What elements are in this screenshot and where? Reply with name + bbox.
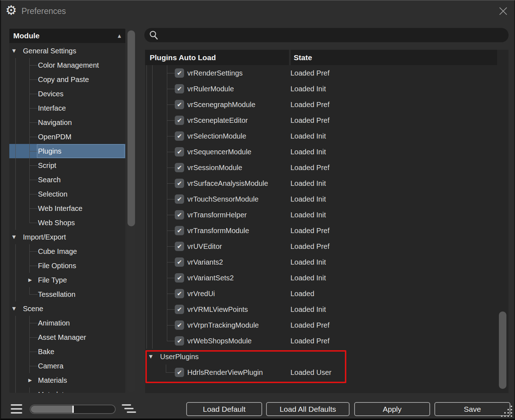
sidebar-item-cube-image[interactable]: Cube Image xyxy=(9,244,125,259)
sidebar-item-label: Selection xyxy=(38,187,67,201)
checkbox-checked[interactable]: ✔ xyxy=(175,368,184,377)
plugin-state: Loaded Init xyxy=(290,301,326,317)
sidebar-item-label: File Options xyxy=(38,259,76,273)
plugin-name: HdrlsRenderViewPlugin xyxy=(187,365,263,380)
sidebar-scrollbar-thumb[interactable] xyxy=(127,30,135,226)
sidebar-item-bake[interactable]: Bake xyxy=(9,344,125,359)
sidebar-item-label: Script xyxy=(38,158,56,173)
table-row-vrsessionmodule[interactable]: ✔vrSessionModuleLoaded Pref xyxy=(145,160,509,175)
sidebar-item-openpdm[interactable]: OpenPDM xyxy=(9,130,125,144)
checkbox-checked[interactable]: ✔ xyxy=(175,194,184,204)
load-default-button[interactable]: Load Default xyxy=(186,402,262,416)
sidebar-item-materials[interactable]: ▶Materials xyxy=(9,373,125,387)
table-scrollbar[interactable] xyxy=(499,312,506,389)
table-row-vrvredui[interactable]: ✔vrVredUiLoaded xyxy=(145,286,509,301)
sidebar-item-asset-manager[interactable]: Asset Manager xyxy=(9,330,125,344)
table-row-vrrendersettings[interactable]: ✔vrRenderSettingsLoaded Pref xyxy=(145,65,509,81)
table-row-vrselectionmodule[interactable]: ✔vrSelectionModuleLoaded Init xyxy=(145,128,509,144)
apply-button[interactable]: Apply xyxy=(354,402,430,416)
sidebar-item-import-export[interactable]: ▼Import/Export xyxy=(9,230,125,244)
chevron-down-icon[interactable]: ▼ xyxy=(149,349,153,365)
table-row-vrvrpntrackingmodule[interactable]: ✔vrVrpnTrackingModuleLoaded Pref xyxy=(145,317,509,333)
table-row-vrsceneplateeditor[interactable]: ✔vrSceneplateEditorLoaded Pref xyxy=(145,112,509,128)
module-header[interactable]: Module ▲ xyxy=(9,29,125,43)
tree-depth-slider[interactable] xyxy=(30,405,116,414)
sidebar-item-web-interface[interactable]: Web Interface xyxy=(9,201,125,216)
menu-icon[interactable] xyxy=(11,404,22,414)
checkbox-checked[interactable]: ✔ xyxy=(175,116,184,125)
checkbox-checked[interactable]: ✔ xyxy=(175,305,184,314)
table-row-vrvrmlviewpoints[interactable]: ✔vrVRMLViewPointsLoaded Init xyxy=(145,301,509,317)
checkbox-checked[interactable]: ✔ xyxy=(175,163,184,172)
sidebar-item-interface[interactable]: Interface xyxy=(9,101,125,115)
table-row-vrrulermodule[interactable]: ✔vrRulerModuleLoaded Init xyxy=(145,81,509,97)
sidebar-item-navigation[interactable]: Navigation xyxy=(9,115,125,130)
checkbox-checked[interactable]: ✔ xyxy=(175,320,184,330)
table-group-userplugins[interactable]: ▼UserPlugins xyxy=(145,349,509,365)
chevron-down-icon[interactable]: ▼ xyxy=(12,44,16,58)
table-row-vrwebshopsmodule[interactable]: ✔vrWebShopsModuleLoaded Pref xyxy=(145,333,509,349)
table-row-vrtouchsensormodule[interactable]: ✔vrTouchSensorModuleLoaded Init xyxy=(145,191,509,207)
check-icon: ✔ xyxy=(175,368,184,377)
checkbox-checked[interactable]: ✔ xyxy=(175,273,184,283)
checkbox-checked[interactable]: ✔ xyxy=(175,68,184,78)
sidebar-item-scene[interactable]: ▼Scene xyxy=(9,301,125,316)
table-row-vrvariants2[interactable]: ✔vrVariants2Loaded Init xyxy=(145,254,509,270)
plugin-name: vrSurfaceAnalysisModule xyxy=(187,175,268,191)
checkbox-checked[interactable]: ✔ xyxy=(175,84,184,93)
chevron-right-icon[interactable]: ▶ xyxy=(27,273,33,287)
chevron-down-icon[interactable]: ▼ xyxy=(12,230,16,244)
table-row-hdrlsrenderviewplugin[interactable]: ✔HdrlsRenderViewPluginLoaded User xyxy=(145,365,509,380)
search-input[interactable] xyxy=(160,29,503,41)
hierarchy-lines-icon[interactable] xyxy=(122,404,137,414)
checkbox-checked[interactable]: ✔ xyxy=(175,336,184,346)
sidebar-item-script[interactable]: Script xyxy=(9,158,125,173)
slider-handle[interactable] xyxy=(72,406,74,413)
close-icon[interactable] xyxy=(497,5,509,17)
checkbox-checked[interactable]: ✔ xyxy=(175,210,184,219)
check-icon: ✔ xyxy=(175,100,184,109)
save-button[interactable]: Save xyxy=(434,402,510,416)
table-row-vruveditor[interactable]: ✔vrUVEditorLoaded Pref xyxy=(145,238,509,254)
sidebar-item-metadata[interactable]: Metadata xyxy=(9,387,125,393)
sidebar-item-color-management[interactable]: Color Management xyxy=(9,58,125,72)
checkbox-checked[interactable]: ✔ xyxy=(175,147,184,156)
sidebar-item-general-settings[interactable]: ▼General Settings xyxy=(9,44,125,58)
checkbox-checked[interactable]: ✔ xyxy=(175,179,184,188)
sidebar-item-plugins[interactable]: Plugins xyxy=(9,144,125,158)
resize-grip[interactable] xyxy=(501,405,513,418)
chevron-right-icon[interactable]: ▶ xyxy=(27,373,33,387)
plugin-state: Loaded Pref xyxy=(290,160,329,175)
column-divider[interactable] xyxy=(289,50,291,65)
sidebar-item-file-type[interactable]: ▶File Type xyxy=(9,273,125,287)
table-row-vrvariantsets2[interactable]: ✔vrVariantSets2Loaded Init xyxy=(145,270,509,286)
sidebar-item-search[interactable]: Search xyxy=(9,173,125,187)
sidebar-item-devices[interactable]: Devices xyxy=(9,87,125,101)
sidebar-item-animation[interactable]: Animation xyxy=(9,316,125,330)
sidebar-item-copy-and-paste[interactable]: Copy and Paste xyxy=(9,72,125,87)
column-state[interactable]: State xyxy=(294,50,312,65)
table-row-vrsequencermodule[interactable]: ✔vrSequencerModuleLoaded Init xyxy=(145,144,509,160)
sidebar-item-file-options[interactable]: File Options xyxy=(9,259,125,273)
sidebar-item-web-shops[interactable]: Web Shops xyxy=(9,216,125,230)
checkbox-checked[interactable]: ✔ xyxy=(175,257,184,267)
checkbox-checked[interactable]: ✔ xyxy=(175,131,184,141)
load-all-defaults-button[interactable]: Load All Defaults xyxy=(266,402,350,416)
sidebar-item-tessellation[interactable]: Tessellation xyxy=(9,287,125,301)
sidebar-item-selection[interactable]: Selection xyxy=(9,187,125,201)
checkbox-checked[interactable]: ✔ xyxy=(175,289,184,298)
chevron-down-icon[interactable]: ▼ xyxy=(12,301,16,316)
table-row-vrtransformmodule[interactable]: ✔vrTransformModuleLoaded Pref xyxy=(145,223,509,238)
checkbox-checked[interactable]: ✔ xyxy=(175,242,184,251)
checkbox-checked[interactable]: ✔ xyxy=(175,226,184,235)
column-plugins-auto-load[interactable]: Plugins Auto Load xyxy=(150,50,216,65)
table-row-vrtransformhelper[interactable]: ✔vrTransformHelperLoaded Init xyxy=(145,207,509,223)
sidebar-item-camera[interactable]: Camera xyxy=(9,359,125,373)
plugin-state: Loaded Pref xyxy=(290,97,329,112)
table-row-vrsurfaceanalysismodule[interactable]: ✔vrSurfaceAnalysisModuleLoaded Init xyxy=(145,175,509,191)
table-row-vrscenegraphmodule[interactable]: ✔vrScenegraphModuleLoaded Pref xyxy=(145,97,509,112)
checkbox-checked[interactable]: ✔ xyxy=(175,100,184,109)
sidebar-item-label: Search xyxy=(38,173,61,187)
preferences-window: ⚙ Preferences Module ▲ ▼General Settings… xyxy=(0,0,515,420)
sidebar-scrollbar[interactable] xyxy=(127,29,135,392)
